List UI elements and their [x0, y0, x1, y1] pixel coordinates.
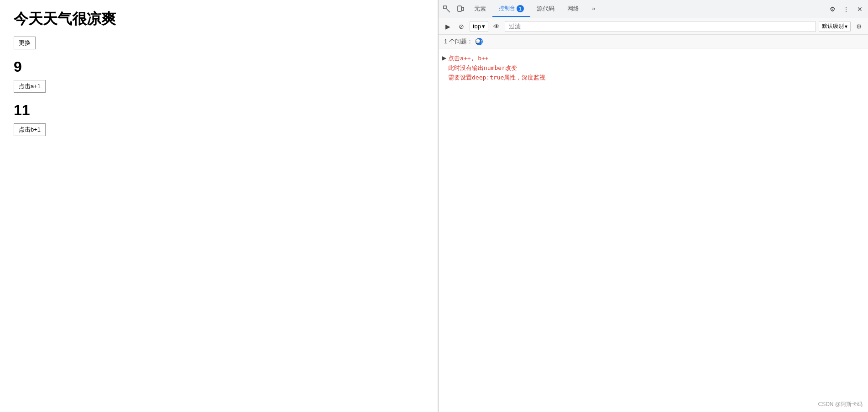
expand-arrow-icon[interactable]: ▶ — [442, 55, 446, 61]
svg-rect-2 — [462, 7, 464, 11]
value-a-display: 9 — [14, 58, 424, 75]
tab-network[interactable]: 网络 — [561, 1, 586, 17]
level-chevron-icon: ▾ — [845, 23, 847, 30]
issues-count: 1 — [481, 39, 483, 44]
issues-badge: 💬 1 — [476, 38, 483, 45]
tab-more[interactable]: » — [586, 1, 601, 16]
console-line-3: 需要设置deep:true属性，深度监视 — [448, 73, 545, 83]
svg-rect-0 — [444, 6, 446, 9]
console-message-block: 点击a++, b++ 此时没有输出number改变 需要设置deep:true属… — [448, 54, 545, 82]
level-dropdown[interactable]: 默认级别 ▾ — [819, 21, 851, 32]
console-message-row: ▶ 点击a++, b++ 此时没有输出number改变 需要设置deep:tru… — [439, 52, 868, 84]
tab-sources[interactable]: 源代码 — [530, 1, 561, 17]
console-tab-badge: 控制台 1 — [499, 5, 524, 12]
console-badge: 1 — [517, 5, 524, 12]
devtools-toolbar: 元素 控制台 1 源代码 网络 » ⚙ ⋮ ✕ — [439, 0, 868, 18]
watermark: CSDN @阿斯卡码 — [818, 401, 863, 408]
more-options-button[interactable]: ⋮ — [840, 3, 852, 16]
devtools-toolbar2: ▶ ⊘ top ▾ 👁 默认级别 ▾ ⚙ — [439, 18, 868, 35]
eye-button[interactable]: 👁 — [491, 21, 502, 32]
svg-rect-1 — [458, 6, 461, 11]
top-chevron-icon: ▾ — [482, 23, 485, 30]
btn-a[interactable]: 点击a+1 — [14, 80, 46, 93]
console-settings-button[interactable]: ⚙ — [853, 21, 864, 32]
run-button[interactable]: ▶ — [442, 21, 453, 32]
settings-button[interactable]: ⚙ — [826, 3, 839, 16]
top-dropdown[interactable]: top ▾ — [470, 21, 488, 32]
tab-console[interactable]: 控制台 1 — [492, 1, 530, 17]
stop-button[interactable]: ⊘ — [456, 21, 467, 32]
tab-elements[interactable]: 元素 — [468, 1, 492, 17]
device-icon[interactable] — [454, 3, 467, 16]
top-label: top — [473, 23, 481, 30]
level-label: 默认级别 — [822, 22, 844, 30]
main-panel: 今天天气很凉爽 更换 9 点击a+1 11 点击b+1 — [0, 0, 438, 412]
close-devtools-button[interactable]: ✕ — [853, 3, 866, 16]
issues-label: 1 个问题： — [444, 37, 473, 46]
change-button[interactable]: 更换 — [14, 37, 36, 49]
btn-b[interactable]: 点击b+1 — [14, 123, 46, 136]
inspect-icon[interactable] — [440, 3, 453, 16]
console-content: ▶ 点击a++, b++ 此时没有输出number改变 需要设置deep:tru… — [439, 48, 868, 412]
devtools-tabs: 元素 控制台 1 源代码 网络 » — [468, 1, 601, 17]
devtools-panel: 元素 控制台 1 源代码 网络 » ⚙ ⋮ ✕ ▶ ⊘ top ▾ 👁 — [438, 0, 868, 412]
page-title: 今天天气很凉爽 — [14, 9, 424, 29]
devtools-right-icons: ⚙ ⋮ ✕ — [826, 3, 866, 16]
filter-input[interactable] — [505, 21, 816, 32]
value-b-display: 11 — [14, 102, 424, 119]
console-line-1: 点击a++, b++ — [448, 54, 545, 63]
value-a-section: 9 点击a+1 — [14, 58, 424, 93]
console-line-2: 此时没有输出number改变 — [448, 63, 545, 73]
issues-bar: 1 个问题： 💬 1 — [439, 35, 868, 48]
message-icon: 💬 — [475, 39, 481, 44]
value-b-section: 11 点击b+1 — [14, 102, 424, 136]
